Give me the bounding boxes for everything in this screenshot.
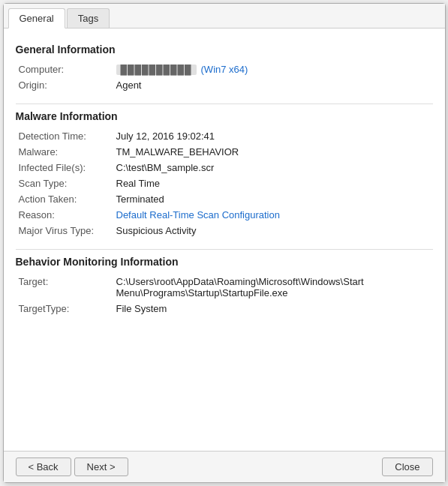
behavior-info-title: Behavior Monitoring Information xyxy=(16,256,433,268)
field-value: File System xyxy=(113,301,433,316)
table-row: Detection Time: July 12, 2016 19:02:41 xyxy=(16,128,433,144)
tab-tags[interactable]: Tags xyxy=(67,8,110,28)
table-row: Computer: ██████████(Win7 x64) xyxy=(16,62,433,77)
table-row: Action Taken: Terminated xyxy=(16,191,433,207)
tab-general[interactable]: General xyxy=(8,8,65,28)
field-label: Scan Type: xyxy=(16,176,113,191)
field-value: C:\test\BM_sample.scr xyxy=(113,160,433,176)
field-value: Terminated xyxy=(113,191,433,207)
field-label: TargetType: xyxy=(16,301,113,316)
content-area: General Information Computer: ██████████… xyxy=(4,28,445,451)
dialog: General Tags General Information Compute… xyxy=(3,3,446,483)
field-label: Target: xyxy=(16,274,113,301)
field-value: Real Time xyxy=(113,176,433,191)
table-row: TargetType: File System xyxy=(16,301,433,316)
field-label: Origin: xyxy=(16,77,113,93)
field-value: Agent xyxy=(113,77,433,93)
field-label: Detection Time: xyxy=(16,128,113,144)
back-button[interactable]: < Back xyxy=(16,458,71,476)
table-row: Origin: Agent xyxy=(16,77,433,93)
field-value: ██████████(Win7 x64) xyxy=(113,62,433,77)
field-value: Default Real-Time Scan Configuration xyxy=(113,207,433,223)
field-label: Infected File(s): xyxy=(16,160,113,176)
win7-link[interactable]: (Win7 x64) xyxy=(201,64,248,75)
field-value: July 12, 2016 19:02:41 xyxy=(113,128,433,144)
divider xyxy=(16,249,433,250)
malware-info-title: Malware Information xyxy=(16,110,433,122)
reason-link[interactable]: Default Real-Time Scan Configuration xyxy=(116,209,280,220)
table-row: Infected File(s): C:\test\BM_sample.scr xyxy=(16,160,433,176)
divider xyxy=(16,104,433,104)
dialog-footer: < Back Next > Close xyxy=(4,451,445,482)
table-row: Major Virus Type: Suspicious Activity xyxy=(16,223,433,238)
close-button[interactable]: Close xyxy=(382,458,432,476)
tab-bar: General Tags xyxy=(4,4,445,28)
table-row: Target: C:\Users\root\AppData\Roaming\Mi… xyxy=(16,274,433,301)
next-button[interactable]: Next > xyxy=(74,458,128,476)
field-label: Computer: xyxy=(16,62,113,77)
table-row: Reason: Default Real-Time Scan Configura… xyxy=(16,207,433,223)
general-info-table: Computer: ██████████(Win7 x64) Origin: A… xyxy=(16,62,433,93)
field-label: Major Virus Type: xyxy=(16,223,113,238)
field-label: Action Taken: xyxy=(16,191,113,207)
table-row: Malware: TM_MALWARE_BEHAVIOR xyxy=(16,144,433,160)
field-value: TM_MALWARE_BEHAVIOR xyxy=(113,144,433,160)
behavior-info-table: Target: C:\Users\root\AppData\Roaming\Mi… xyxy=(16,274,433,316)
table-row: Scan Type: Real Time xyxy=(16,176,433,191)
field-value: C:\Users\root\AppData\Roaming\Microsoft\… xyxy=(113,274,433,301)
ip-placeholder: ██████████ xyxy=(116,64,197,75)
malware-info-table: Detection Time: July 12, 2016 19:02:41 M… xyxy=(16,128,433,238)
general-info-title: General Information xyxy=(16,44,433,56)
footer-left-buttons: < Back Next > xyxy=(16,458,128,476)
field-value: Suspicious Activity xyxy=(113,223,433,238)
field-label: Malware: xyxy=(16,144,113,160)
field-label: Reason: xyxy=(16,207,113,223)
